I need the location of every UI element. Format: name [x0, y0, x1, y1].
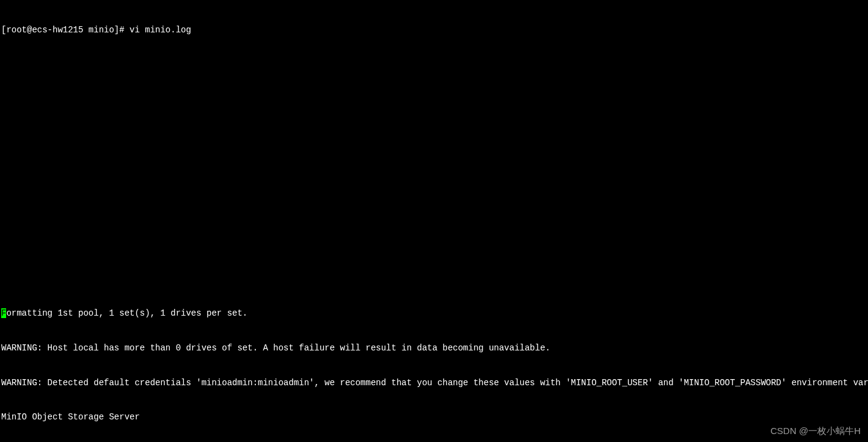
terminal-output[interactable]: [root@ecs-hw1215 minio]# vi minio.log Fo… [1, 1, 867, 442]
blank-space [1, 59, 867, 284]
log-line-warning-creds: WARNING: Detected default credentials 'm… [1, 377, 867, 389]
shell-prompt: [root@ecs-hw1215 minio]# vi minio.log [1, 24, 867, 36]
log-line-server: MinIO Object Storage Server [1, 411, 867, 423]
log-line-formatting: Formatting 1st pool, 1 set(s), 1 drives … [1, 308, 867, 319]
watermark: CSDN @一枚小蜗牛H [770, 425, 861, 437]
log-line-warning-host: WARNING: Host local has more than 0 driv… [1, 342, 867, 354]
